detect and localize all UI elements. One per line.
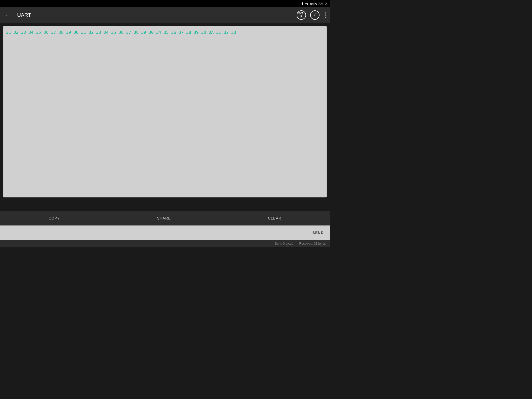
mqtt-x-button[interactable]: MQTT X (297, 10, 306, 20)
info-icon: i (314, 13, 315, 17)
status-bar: ✱ ▾▴ 84% 22:12 (0, 0, 330, 7)
copy-button[interactable]: COPY (38, 212, 70, 224)
back-arrow-icon: ← (5, 12, 11, 18)
send-button[interactable]: SEND (306, 225, 330, 240)
bluetooth-icon: ✱ (301, 2, 304, 5)
app-bar: ← UART MQTT X i (0, 7, 330, 23)
x-label: X (300, 14, 302, 18)
data-content: 31 32 33 34 35 36 37 38 39 30 31 32 33 3… (6, 29, 324, 36)
wifi-icon: ▾▴ (305, 2, 308, 5)
app-bar-actions: MQTT X i (297, 10, 327, 20)
share-button[interactable]: SHARE (147, 212, 181, 224)
send-row: SEND (0, 225, 330, 240)
bottom-status-bar: Sent: 0 bytes Received: 31 bytes (0, 240, 330, 247)
time-display: 22:12 (318, 2, 327, 6)
battery-status: 84% (310, 2, 317, 6)
send-input[interactable] (2, 228, 306, 237)
more-dot-2 (325, 15, 326, 16)
more-dot-1 (325, 12, 326, 14)
back-button[interactable]: ← (3, 10, 13, 21)
clear-button[interactable]: CLEAR (257, 212, 292, 224)
screen: ✱ ▾▴ 84% 22:12 ← UART MQTT X i (0, 0, 330, 247)
more-button[interactable] (324, 10, 327, 20)
app-title: UART (17, 12, 292, 18)
info-button[interactable]: i (310, 10, 320, 20)
content-area: 31 32 33 34 35 36 37 38 39 30 31 32 33 3… (0, 23, 330, 211)
action-buttons-row: COPY SHARE CLEAR (0, 211, 330, 225)
more-dot-3 (325, 17, 326, 18)
data-display[interactable]: 31 32 33 34 35 36 37 38 39 30 31 32 33 3… (3, 26, 327, 197)
sent-status: Sent: 0 bytes (275, 242, 293, 245)
received-status: Received: 31 bytes (299, 242, 326, 245)
